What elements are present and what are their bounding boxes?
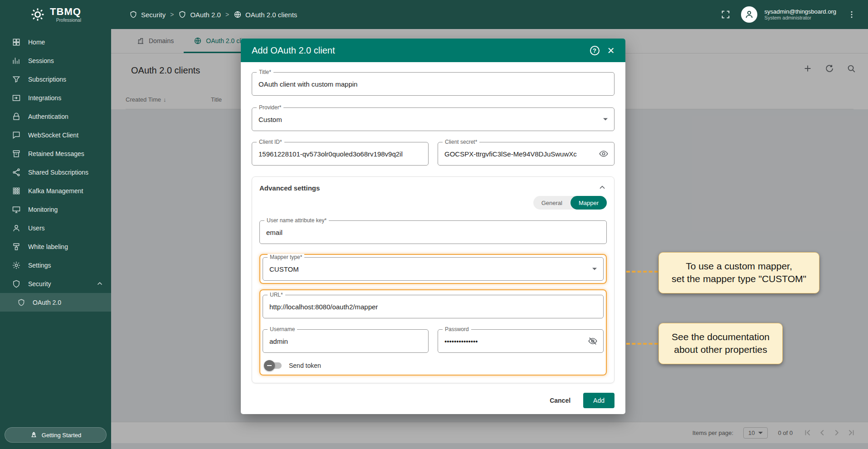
password-input[interactable] — [438, 330, 603, 352]
breadcrumb-oauth-clients[interactable]: OAuth 2.0 clients — [234, 10, 297, 19]
avatar[interactable] — [741, 6, 757, 23]
callout-connector-line — [626, 271, 658, 273]
dialog-title: Add OAuth 2.0 client — [252, 45, 586, 56]
add-button[interactable]: Add — [583, 393, 614, 408]
username-attribute-key-input[interactable] — [260, 221, 606, 244]
sidebar-item-kafka-management[interactable]: Kafka Management — [0, 181, 111, 200]
sidebar-item-label: Retained Messages — [28, 150, 84, 157]
advanced-settings-header[interactable]: Advanced settings — [259, 183, 607, 192]
sidebar-item-websocket-client[interactable]: WebSocket Client — [0, 126, 111, 144]
client-secret-input[interactable] — [438, 142, 614, 165]
sidebar-item-sessions[interactable]: Sessions — [0, 51, 111, 70]
client-id-input[interactable] — [252, 142, 428, 165]
sidebar-item-integrations[interactable]: Integrations — [0, 88, 111, 107]
help-button[interactable]: ? — [586, 42, 603, 59]
client-id-field: Client ID* — [252, 142, 429, 166]
chevron-up-icon — [598, 183, 607, 192]
brand-edition: Professional — [56, 18, 81, 23]
sidebar-item-users[interactable]: Users — [0, 219, 111, 237]
provider-label: Provider* — [257, 104, 283, 111]
add-oauth-client-dialog: Add OAuth 2.0 client ? × Title* Provider… — [241, 39, 625, 414]
shield-icon — [17, 298, 25, 307]
visibility-icon[interactable] — [599, 149, 609, 159]
breadcrumb-label: Security — [141, 11, 166, 19]
cancel-button[interactable]: Cancel — [545, 393, 575, 408]
password-field: Password — [438, 329, 604, 353]
lock-icon — [12, 112, 21, 121]
sidebar-item-settings[interactable]: Settings — [0, 256, 111, 274]
sidebar-item-label: Kafka Management — [28, 187, 83, 195]
sidebar-item-subscriptions[interactable]: Subscriptions — [0, 70, 111, 88]
chevron-down-icon — [592, 268, 597, 270]
sidebar-item-label: Authentication — [28, 113, 68, 120]
username-input[interactable] — [263, 330, 428, 352]
title-input[interactable] — [252, 73, 614, 95]
monitor-icon — [12, 205, 21, 214]
mapper-type-callout: To use a custom mapper, set the mapper t… — [658, 252, 819, 293]
sidebar-item-security[interactable]: Security — [0, 274, 111, 293]
settings-mode-toggle: General Mapper — [259, 196, 607, 210]
shield-icon — [129, 10, 137, 19]
shield-icon — [12, 279, 21, 288]
share-icon — [12, 168, 21, 177]
input-icon — [12, 93, 21, 102]
tbmq-logo-icon — [30, 7, 45, 22]
mapper-type-field[interactable]: Mapper type* CUSTOM — [263, 257, 604, 281]
dialog-body: Title* Provider* Custom Client ID* Clien… — [241, 62, 625, 387]
dialog-header: Add OAuth 2.0 client ? × — [241, 39, 625, 62]
sidebar-item-label: WebSocket Client — [28, 132, 78, 139]
person-icon — [12, 224, 21, 233]
visibility-off-icon[interactable] — [588, 336, 598, 346]
toggle-mapper[interactable]: Mapper — [571, 196, 607, 210]
callout-connector-line — [626, 343, 658, 345]
shield-icon — [178, 10, 186, 19]
breadcrumb-separator: > — [225, 11, 229, 18]
paint-icon — [12, 242, 21, 251]
send-token-toggle[interactable] — [265, 362, 282, 369]
custom-mapper-highlight: URL* Username Password — [259, 289, 607, 376]
sidebar-item-authentication[interactable]: Authentication — [0, 107, 111, 126]
fullscreen-button[interactable] — [717, 6, 734, 23]
callout-text: about other properties — [672, 343, 770, 356]
person-icon — [744, 10, 754, 20]
chat-icon — [12, 131, 21, 140]
sidebar-item-monitoring[interactable]: Monitoring — [0, 200, 111, 219]
user-info: sysadmin@thingsboard.org System administ… — [765, 8, 836, 21]
provider-field[interactable]: Provider* Custom — [252, 107, 614, 131]
user-menu-button[interactable] — [844, 6, 860, 23]
brand: TBMQ Professional — [0, 7, 111, 23]
dialog-footer: Cancel Add — [241, 387, 625, 414]
send-token-row: Send token — [263, 362, 604, 369]
user-email: sysadmin@thingsboard.org — [765, 8, 836, 15]
sidebar-item-home[interactable]: Home — [0, 33, 111, 51]
sidebar-item-label: Integrations — [28, 94, 61, 102]
callout-text: To use a custom mapper, — [672, 260, 806, 273]
username-attribute-key-label: User name attribute key* — [264, 217, 329, 224]
sidebar-item-shared-subscriptions[interactable]: Shared Subscriptions — [0, 163, 111, 181]
getting-started-label: Getting Started — [42, 432, 81, 439]
callout-text: set the mapper type "CUSTOM" — [672, 273, 806, 285]
sidebar-item-label: OAuth 2.0 — [33, 299, 61, 306]
breadcrumb-security[interactable]: Security — [129, 10, 166, 19]
toggle-general[interactable]: General — [533, 196, 571, 210]
username-label: Username — [268, 326, 297, 332]
breadcrumb-oauth[interactable]: OAuth 2.0 — [178, 10, 221, 19]
provider-value: Custom — [252, 108, 614, 131]
send-token-label: Send token — [289, 362, 321, 369]
sidebar-item-label: Subscriptions — [28, 76, 66, 83]
password-label: Password — [443, 326, 471, 332]
fullscreen-icon — [721, 10, 731, 20]
close-button[interactable]: × — [603, 42, 619, 59]
getting-started-button[interactable]: Getting Started — [5, 427, 107, 443]
sidebar-item-label: Users — [28, 224, 45, 232]
toggle-knob-icon — [264, 360, 275, 371]
gear-icon — [12, 261, 21, 270]
sidebar-item-retained-messages[interactable]: Retained Messages — [0, 144, 111, 163]
sidebar-item-white-labeling[interactable]: White labeling — [0, 237, 111, 256]
url-input[interactable] — [263, 295, 603, 318]
app-root: TBMQ Professional Security > OAuth 2.0 >… — [0, 0, 868, 449]
sidebar-item-oauth[interactable]: OAuth 2.0 — [0, 293, 111, 312]
breadcrumb-label: OAuth 2.0 — [190, 11, 221, 19]
url-label: URL* — [268, 292, 285, 298]
title-label: Title* — [257, 69, 273, 75]
